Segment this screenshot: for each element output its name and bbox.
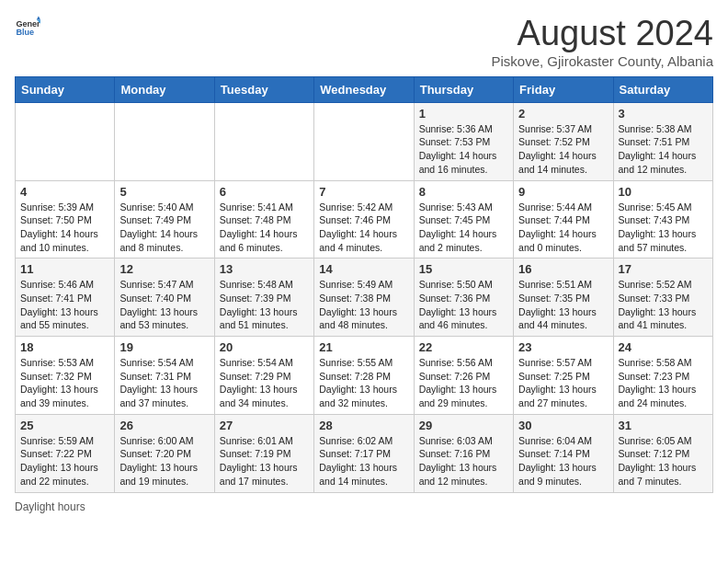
day-number: 12 (119, 262, 209, 276)
day-number: 31 (619, 419, 708, 432)
calendar-cell: 17Sunrise: 5:52 AM Sunset: 7:33 PM Dayli… (613, 259, 712, 337)
day-info: Sunrise: 6:04 AM Sunset: 7:14 PM Dayligh… (518, 434, 608, 488)
day-info: Sunrise: 5:45 AM Sunset: 7:43 PM Dayligh… (619, 201, 708, 255)
col-header-saturday: Saturday (613, 76, 712, 102)
day-info: Sunrise: 5:59 AM Sunset: 7:22 PM Dayligh… (20, 434, 109, 488)
day-number: 3 (619, 107, 708, 121)
day-info: Sunrise: 6:01 AM Sunset: 7:19 PM Dayligh… (220, 434, 309, 488)
calendar-cell: 19Sunrise: 5:54 AM Sunset: 7:31 PM Dayli… (115, 337, 214, 415)
day-number: 9 (518, 185, 608, 199)
day-number: 19 (119, 340, 209, 354)
day-number: 22 (419, 340, 508, 354)
day-number: 1 (419, 107, 508, 121)
day-number: 8 (419, 185, 508, 199)
calendar-cell: 31Sunrise: 6:05 AM Sunset: 7:12 PM Dayli… (613, 414, 712, 492)
calendar-cell (115, 102, 214, 180)
calendar-cell: 27Sunrise: 6:01 AM Sunset: 7:19 PM Dayli… (214, 414, 313, 492)
logo-icon: General Blue (15, 15, 40, 40)
calendar-cell (16, 102, 115, 180)
calendar-header-row: SundayMondayTuesdayWednesdayThursdayFrid… (16, 76, 713, 102)
calendar-cell: 23Sunrise: 5:57 AM Sunset: 7:25 PM Dayli… (514, 337, 613, 415)
day-info: Sunrise: 5:42 AM Sunset: 7:46 PM Dayligh… (319, 201, 408, 255)
day-info: Sunrise: 5:37 AM Sunset: 7:52 PM Dayligh… (518, 122, 608, 177)
day-info: Sunrise: 5:41 AM Sunset: 7:48 PM Dayligh… (220, 201, 309, 255)
day-number: 23 (518, 340, 608, 354)
day-number: 17 (619, 262, 708, 276)
calendar-week-2: 4Sunrise: 5:39 AM Sunset: 7:50 PM Daylig… (16, 180, 713, 259)
calendar-cell: 5Sunrise: 5:40 AM Sunset: 7:49 PM Daylig… (115, 180, 214, 259)
calendar-cell: 28Sunrise: 6:02 AM Sunset: 7:17 PM Dayli… (314, 414, 414, 492)
day-number: 14 (319, 262, 408, 276)
day-number: 25 (20, 419, 109, 432)
day-number: 27 (220, 419, 309, 432)
day-info: Sunrise: 6:02 AM Sunset: 7:17 PM Dayligh… (319, 434, 408, 488)
calendar-cell: 30Sunrise: 6:04 AM Sunset: 7:14 PM Dayli… (514, 414, 613, 492)
day-number: 15 (419, 262, 508, 276)
day-info: Sunrise: 5:49 AM Sunset: 7:38 PM Dayligh… (319, 278, 408, 332)
col-header-thursday: Thursday (414, 76, 513, 102)
calendar-cell: 8Sunrise: 5:43 AM Sunset: 7:45 PM Daylig… (414, 180, 513, 259)
day-info: Sunrise: 5:38 AM Sunset: 7:51 PM Dayligh… (619, 122, 708, 177)
calendar-cell: 24Sunrise: 5:58 AM Sunset: 7:23 PM Dayli… (613, 337, 712, 415)
day-number: 30 (518, 419, 608, 432)
page-subtitle: Piskove, Gjirokaster County, Albania (491, 53, 713, 69)
day-info: Sunrise: 5:46 AM Sunset: 7:41 PM Dayligh… (20, 278, 109, 332)
calendar-week-3: 11Sunrise: 5:46 AM Sunset: 7:41 PM Dayli… (16, 259, 713, 337)
calendar-cell: 18Sunrise: 5:53 AM Sunset: 7:32 PM Dayli… (16, 337, 115, 415)
day-number: 24 (619, 340, 708, 354)
calendar-cell: 22Sunrise: 5:56 AM Sunset: 7:26 PM Dayli… (414, 337, 513, 415)
day-info: Sunrise: 5:52 AM Sunset: 7:33 PM Dayligh… (619, 278, 708, 332)
daylight-hours-label: Daylight hours (15, 500, 85, 513)
calendar-cell: 25Sunrise: 5:59 AM Sunset: 7:22 PM Dayli… (16, 414, 115, 492)
logo: General Blue (15, 15, 40, 40)
col-header-tuesday: Tuesday (214, 76, 313, 102)
calendar-footer: Daylight hours (15, 500, 713, 513)
calendar-week-5: 25Sunrise: 5:59 AM Sunset: 7:22 PM Dayli… (16, 414, 713, 492)
calendar-cell: 12Sunrise: 5:47 AM Sunset: 7:40 PM Dayli… (115, 259, 214, 337)
calendar-cell: 10Sunrise: 5:45 AM Sunset: 7:43 PM Dayli… (613, 180, 712, 259)
title-section: August 2024 Piskove, Gjirokaster County,… (491, 15, 713, 69)
day-number: 7 (319, 185, 408, 199)
day-info: Sunrise: 5:53 AM Sunset: 7:32 PM Dayligh… (20, 356, 109, 410)
day-info: Sunrise: 6:00 AM Sunset: 7:20 PM Dayligh… (119, 434, 209, 488)
day-info: Sunrise: 5:40 AM Sunset: 7:49 PM Dayligh… (119, 201, 209, 255)
day-info: Sunrise: 5:54 AM Sunset: 7:29 PM Dayligh… (220, 356, 309, 410)
day-number: 29 (419, 419, 508, 432)
day-info: Sunrise: 5:47 AM Sunset: 7:40 PM Dayligh… (119, 278, 209, 332)
day-info: Sunrise: 5:57 AM Sunset: 7:25 PM Dayligh… (518, 356, 608, 410)
day-info: Sunrise: 5:51 AM Sunset: 7:35 PM Dayligh… (518, 278, 608, 332)
calendar-table: SundayMondayTuesdayWednesdayThursdayFrid… (15, 76, 713, 493)
page-header: General Blue August 2024 Piskove, Gjirok… (15, 15, 713, 69)
svg-text:Blue: Blue (16, 28, 34, 37)
calendar-week-4: 18Sunrise: 5:53 AM Sunset: 7:32 PM Dayli… (16, 337, 713, 415)
day-info: Sunrise: 5:50 AM Sunset: 7:36 PM Dayligh… (419, 278, 508, 332)
day-info: Sunrise: 5:56 AM Sunset: 7:26 PM Dayligh… (419, 356, 508, 410)
day-number: 5 (119, 185, 209, 199)
page-title: August 2024 (491, 15, 713, 53)
calendar-cell: 16Sunrise: 5:51 AM Sunset: 7:35 PM Dayli… (514, 259, 613, 337)
calendar-cell: 9Sunrise: 5:44 AM Sunset: 7:44 PM Daylig… (514, 180, 613, 259)
col-header-monday: Monday (115, 76, 214, 102)
calendar-cell: 1Sunrise: 5:36 AM Sunset: 7:53 PM Daylig… (414, 102, 513, 180)
day-info: Sunrise: 5:54 AM Sunset: 7:31 PM Dayligh… (119, 356, 209, 410)
svg-marker-2 (37, 16, 40, 19)
calendar-cell: 14Sunrise: 5:49 AM Sunset: 7:38 PM Dayli… (314, 259, 414, 337)
col-header-friday: Friday (514, 76, 613, 102)
day-number: 6 (220, 185, 309, 199)
day-info: Sunrise: 6:03 AM Sunset: 7:16 PM Dayligh… (419, 434, 508, 488)
day-info: Sunrise: 5:55 AM Sunset: 7:28 PM Dayligh… (319, 356, 408, 410)
calendar-cell: 3Sunrise: 5:38 AM Sunset: 7:51 PM Daylig… (613, 102, 712, 180)
day-info: Sunrise: 5:36 AM Sunset: 7:53 PM Dayligh… (419, 122, 508, 177)
calendar-cell: 4Sunrise: 5:39 AM Sunset: 7:50 PM Daylig… (16, 180, 115, 259)
calendar-cell (214, 102, 313, 180)
calendar-week-1: 1Sunrise: 5:36 AM Sunset: 7:53 PM Daylig… (16, 102, 713, 180)
calendar-cell: 7Sunrise: 5:42 AM Sunset: 7:46 PM Daylig… (314, 180, 414, 259)
day-info: Sunrise: 5:39 AM Sunset: 7:50 PM Dayligh… (20, 201, 109, 255)
calendar-cell: 29Sunrise: 6:03 AM Sunset: 7:16 PM Dayli… (414, 414, 513, 492)
col-header-wednesday: Wednesday (314, 76, 414, 102)
calendar-cell: 13Sunrise: 5:48 AM Sunset: 7:39 PM Dayli… (214, 259, 313, 337)
calendar-cell (314, 102, 414, 180)
day-info: Sunrise: 5:58 AM Sunset: 7:23 PM Dayligh… (619, 356, 708, 410)
day-info: Sunrise: 5:48 AM Sunset: 7:39 PM Dayligh… (220, 278, 309, 332)
calendar-cell: 11Sunrise: 5:46 AM Sunset: 7:41 PM Dayli… (16, 259, 115, 337)
